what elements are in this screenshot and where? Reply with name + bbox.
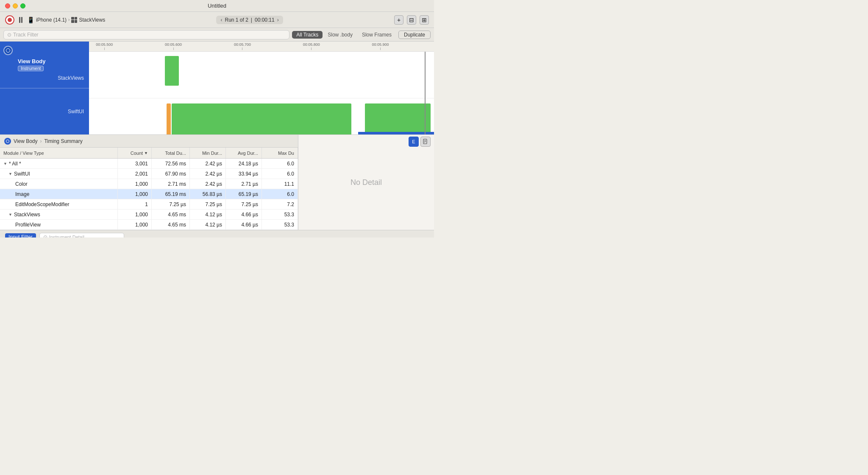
td-avg: 4.66 µs: [226, 220, 262, 229]
footer-tab-input-filter[interactable]: Input Filter: [5, 233, 36, 238]
td-avg: 65.19 µs: [226, 189, 262, 199]
data-table: Module / View Type Count ▼ Total Du... M…: [0, 148, 298, 230]
td-max: 53.3: [262, 220, 298, 229]
ruler-tick-3: 00:05.700: [234, 42, 251, 50]
tab-all-tracks[interactable]: All Tracks: [292, 31, 323, 39]
run-time: 00:00:11: [255, 17, 275, 23]
next-run-button[interactable]: ›: [277, 17, 279, 23]
timeline-ruler: 00:05.500 00:05.600 00:05.700 00:05.800 …: [89, 42, 434, 52]
bottom-left: View Body › Timing Summary Module / View…: [0, 135, 298, 230]
ruler-tick-1: 00:05.500: [96, 42, 113, 50]
maximize-button[interactable]: [20, 3, 25, 8]
editor-icon-btn[interactable]: E: [409, 137, 419, 147]
duplicate-button[interactable]: Duplicate: [398, 31, 431, 39]
td-total: 4.65 ms: [152, 220, 190, 229]
bottom-right: E No Detail: [298, 135, 434, 230]
timeline-blue-bar: [358, 132, 434, 134]
timeline-container: View Body Instrument StackViews SwiftUI …: [0, 42, 434, 135]
table-row[interactable]: ▼ StackViews 1,000 4.65 ms 4.12 µs 4.66 …: [0, 210, 298, 220]
phone-icon: 📱: [27, 17, 34, 23]
td-total: 67.90 ms: [152, 169, 190, 179]
track1-sublabel: StackViews: [58, 75, 84, 81]
toolbar-right: + ⊟ ⊞: [394, 15, 429, 25]
td-max: 6.0: [262, 169, 298, 179]
track-row-2: [89, 98, 434, 134]
record-button[interactable]: [5, 15, 14, 25]
document-icon-btn[interactable]: [420, 137, 431, 147]
table-row[interactable]: ▼ * All * 3,001 72.56 ms 2.42 µs 24.18 µ…: [0, 159, 298, 169]
tab-slow-frames[interactable]: Slow Frames: [358, 31, 396, 39]
bar-green-right-swiftui: [365, 103, 431, 134]
td-max: 6.0: [262, 189, 298, 199]
prev-run-button[interactable]: ‹: [220, 17, 222, 23]
toolbar-left: 📱 iPhone (14.1) › StackViews: [5, 15, 105, 25]
td-count: 1,000: [118, 220, 152, 229]
td-count: 1: [118, 199, 152, 209]
table-row[interactable]: ▼ SwiftUI 2,001 67.90 ms 2.42 µs 33.94 µ…: [0, 169, 298, 179]
expand-icon[interactable]: ▼: [3, 162, 7, 166]
track-row-1: [89, 52, 434, 98]
th-module: Module / View Type: [0, 148, 118, 158]
document-icon: [423, 139, 428, 145]
table-row[interactable]: Color 1,000 2.71 ms 2.42 µs 2.71 µs 11.1: [0, 179, 298, 189]
track-label-swiftui: SwiftUI: [0, 88, 89, 135]
ruler-tick-2: 00:05.600: [165, 42, 182, 50]
pause-button[interactable]: [18, 16, 24, 24]
th-count[interactable]: Count ▼: [118, 148, 152, 158]
device-label: iPhone (14.1): [36, 17, 67, 23]
app-label: StackViews: [79, 17, 105, 23]
chevron-icon: ›: [68, 17, 70, 22]
timeline-tracks-area: [89, 52, 434, 134]
td-max: 53.3: [262, 210, 298, 219]
footer-instrument-detail-input[interactable]: ⊙ Instrument Detail: [39, 233, 124, 238]
td-max: 7.2: [262, 199, 298, 209]
th-min: Min Dur...: [190, 148, 226, 158]
td-avg: 4.66 µs: [226, 210, 262, 219]
expand-icon[interactable]: ▼: [8, 172, 12, 176]
td-count: 1,000: [118, 179, 152, 189]
run-separator: |: [251, 17, 252, 23]
close-button[interactable]: [5, 3, 10, 8]
track-filter-input[interactable]: ⊙ Track Filter: [3, 30, 289, 39]
breadcrumb-item1: View Body: [14, 138, 37, 144]
td-avg: 2.71 µs: [226, 179, 262, 189]
td-total: 72.56 ms: [152, 159, 190, 168]
td-min: 4.12 µs: [190, 210, 226, 219]
breadcrumb-item2: Timing Summary: [44, 138, 82, 144]
td-module-stackviews: ▼ StackViews: [0, 210, 118, 219]
add-button[interactable]: +: [394, 15, 403, 25]
table-header: Module / View Type Count ▼ Total Du... M…: [0, 148, 298, 159]
track1-name-area: View Body Instrument: [18, 58, 84, 71]
breadcrumb-bar: View Body › Timing Summary: [0, 135, 298, 148]
pause-icon-bar1: [19, 17, 20, 23]
table-row[interactable]: ProfileView 1,000 4.65 ms 4.12 µs 4.66 µ…: [0, 220, 298, 230]
split-button[interactable]: ⊟: [407, 15, 416, 25]
td-min: 56.83 µs: [190, 189, 226, 199]
td-module-all: ▼ * All *: [0, 159, 118, 168]
breadcrumb-icon: [4, 138, 11, 145]
table-row[interactable]: EditModeScopeModifier 1 7.25 µs 7.25 µs …: [0, 199, 298, 210]
td-min: 2.42 µs: [190, 159, 226, 168]
cursor-line: [425, 52, 426, 134]
footer-input-placeholder: Instrument Detail: [49, 235, 84, 238]
minimize-button[interactable]: [13, 3, 18, 8]
grid-icon: [71, 17, 77, 23]
td-min: 4.12 µs: [190, 220, 226, 229]
track1-name: View Body: [18, 58, 84, 64]
td-count: 1,000: [118, 189, 152, 199]
expand-icon[interactable]: ▼: [8, 212, 12, 217]
tab-slow-body[interactable]: Slow .body: [323, 31, 357, 39]
td-max: 11.1: [262, 179, 298, 189]
panel-button[interactable]: ⊞: [420, 15, 429, 25]
table-row[interactable]: Image 1,000 65.19 ms 56.83 µs 65.19 µs 6…: [0, 189, 298, 199]
td-min: 7.25 µs: [190, 199, 226, 209]
record-icon: [8, 18, 12, 22]
filter-icon: ⊙: [7, 32, 11, 38]
bar-orange-swiftui: [167, 103, 171, 134]
td-avg: 7.25 µs: [226, 199, 262, 209]
td-total: 65.19 ms: [152, 189, 190, 199]
window-controls[interactable]: [5, 3, 25, 8]
bar-green-stackviews: [165, 56, 179, 86]
ruler-tick-5: 00:05.900: [372, 42, 389, 50]
td-count: 3,001: [118, 159, 152, 168]
